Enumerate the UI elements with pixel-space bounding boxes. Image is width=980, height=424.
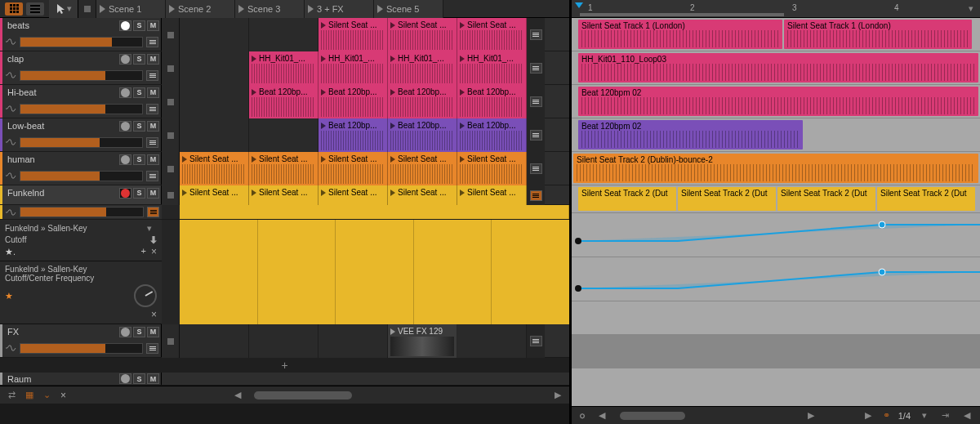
automation-lane[interactable] [572,213,980,257]
empty-slot[interactable] [180,324,249,358]
clip[interactable]: Beat 120bp... [318,118,388,152]
automation-param-1[interactable]: Funkelnd » Sallen-Key▾ Cutoff ★.+× [0,220,162,261]
stop-clip[interactable] [162,118,180,152]
automation-lane[interactable] [572,257,980,301]
scene-5[interactable]: Scene 5 [374,0,443,18]
panel-toggle[interactable]: ⇄ [5,390,19,400]
empty-slot[interactable] [180,85,249,118]
timeline-ruler[interactable]: 1 2 3 4 ▾ [572,0,980,18]
stop-all-scenes[interactable] [78,0,96,18]
mute-button[interactable]: M [147,54,159,65]
clip[interactable]: Silent Seat ... [318,152,388,185]
close-panel[interactable]: × [60,390,66,401]
clip-menu[interactable] [530,29,542,40]
record-arm[interactable] [119,327,131,337]
arrangement-clip[interactable]: Silent Seat Track 2 (Dut [678,187,776,211]
arrangement-clip[interactable]: Silent Seat Track 2 (Dublin)-bounce-2 [573,154,978,183]
mute-button[interactable]: M [147,121,159,132]
automation-lane[interactable] [492,220,569,324]
scroll-right[interactable]: ▶ [551,390,564,400]
clip-menu[interactable] [530,336,542,346]
stop-clip[interactable] [162,152,180,185]
param-knob[interactable] [134,284,157,307]
automation-icon[interactable]: ⌄ [40,390,54,400]
loop-region[interactable] [580,13,784,16]
clip[interactable]: HH_Kit01_... [457,51,527,85]
clip-menu[interactable] [530,63,542,74]
solo-button[interactable]: S [133,87,145,98]
mute-button[interactable]: M [147,188,159,199]
empty-slot[interactable] [249,324,318,358]
solo-button[interactable]: S [133,188,145,199]
record-arm[interactable] [119,54,131,65]
clip[interactable]: Silent Seat ... [457,18,527,51]
volume-slider[interactable] [20,104,143,114]
arrangement-clip[interactable]: Silent Seat Track 2 (Dut [578,187,676,211]
arrangement-clip[interactable]: Beat 120bpm 02 [578,87,978,116]
remove-param[interactable]: × [151,309,157,320]
snap-icon[interactable]: ⇥ [938,410,952,421]
solo-button[interactable]: S [133,20,145,31]
clip-view-icon[interactable]: ▦ [25,390,33,400]
empty-slot[interactable] [180,18,249,51]
follow-icon[interactable]: ◀ [960,410,973,421]
clip[interactable]: Silent Seat ... [249,185,318,205]
track-name[interactable]: human [7,154,35,164]
stop-clip[interactable] [162,51,180,85]
clip[interactable]: Silent Seat ... [388,152,457,185]
scene-2[interactable]: Scene 2 [166,0,235,18]
track-name[interactable]: FX [7,327,19,337]
track-menu[interactable] [146,343,158,354]
automation-lane[interactable] [336,220,414,324]
view-grid-button[interactable] [5,2,23,16]
h-scrollbar[interactable] [617,410,796,422]
track-name[interactable]: Low-beat [7,121,44,131]
arrangement-clip[interactable]: Silent Seat Track 2 (Dut [777,187,875,211]
clip[interactable]: Silent Seat ... [180,185,249,205]
add-param[interactable]: + [141,246,146,257]
solo-button[interactable]: S [133,154,145,165]
clip-menu[interactable] [530,190,542,201]
remove-param[interactable]: × [151,246,157,257]
mute-button[interactable]: M [147,327,159,337]
arrangement-clip[interactable]: Silent Seat Track 2 (Dut [877,187,975,211]
stop-clip[interactable] [162,18,180,51]
empty-slot[interactable] [180,118,249,152]
track-menu[interactable] [147,207,159,217]
record-arm[interactable] [119,154,131,165]
arrangement-clip[interactable]: Silent Seat Track 1 (London) [784,20,972,49]
automation-lane[interactable] [180,220,258,324]
clip[interactable]: Silent Seat ... [180,152,249,185]
track-menu[interactable] [146,104,158,114]
arrangement-clip[interactable]: HH_Kit01_110_Loop03 [578,53,978,83]
link-icon[interactable]: ⚭ [883,410,890,421]
clip[interactable]: Silent Seat ... [249,152,318,185]
track-menu[interactable] [146,137,158,148]
mute-button[interactable]: M [147,373,159,384]
clip[interactable]: Silent Seat ... [457,185,527,205]
clip[interactable]: Silent Seat ... [318,185,388,205]
record-arm[interactable] [119,121,131,132]
automation-lane[interactable] [414,220,492,324]
clip[interactable]: Silent Seat ... [457,152,527,185]
clip[interactable]: HH_Kit01_... [249,51,318,85]
volume-slider[interactable] [20,137,143,148]
clip[interactable]: VEE FX 129 [388,324,457,358]
arrangement-clip[interactable]: Beat 120bpm 02 [578,120,803,150]
track-name[interactable]: clap [7,54,24,64]
solo-button[interactable]: S [133,373,145,384]
solo-button[interactable]: S [133,121,145,132]
volume-slider[interactable] [20,70,143,81]
track-menu[interactable] [146,70,158,81]
stop-clip[interactable] [162,185,180,205]
scene-3[interactable]: Scene 3 [235,0,305,18]
track-menu[interactable] [146,171,158,181]
automation-param-2[interactable]: Funkelnd » Sallen-Key Cutoff/Center Freq… [0,261,162,324]
volume-slider[interactable] [20,171,143,181]
solo-button[interactable]: S [133,54,145,65]
clip[interactable]: Silent Seat ... [388,18,457,51]
track-name[interactable]: Funkelnd [7,188,44,198]
scene-1[interactable]: Scene 1 [96,0,166,18]
clip[interactable]: Beat 120bp... [457,118,527,152]
mute-button[interactable]: M [147,154,159,165]
